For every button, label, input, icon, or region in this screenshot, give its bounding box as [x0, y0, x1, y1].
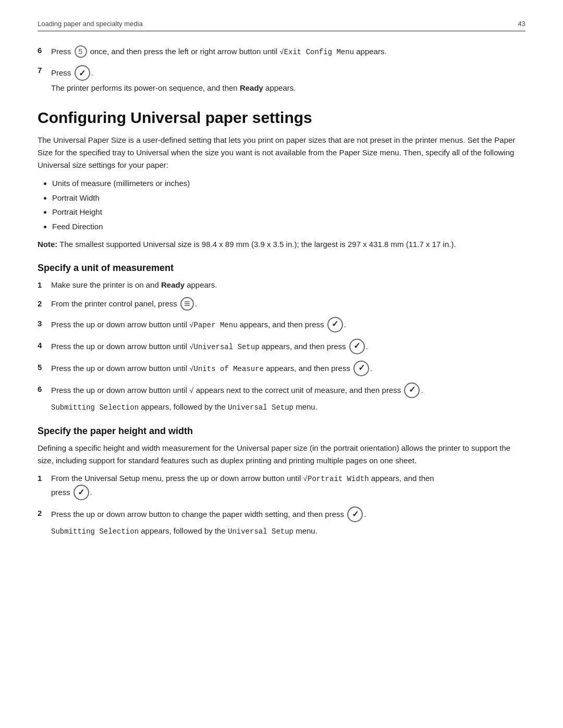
section-intro: The Universal Paper Size is a user-defin… — [38, 134, 525, 171]
sub1-step-1-ready: Ready — [161, 280, 185, 289]
step-7-subtext: The printer performs its power-on sequen… — [51, 83, 240, 92]
svg-rect-1 — [185, 303, 190, 304]
bullet-item-3: Portrait Height — [52, 205, 525, 219]
sub1-step-1-body: Make sure the printer is on and Ready ap… — [51, 279, 525, 291]
subsection1-steps: 1 Make sure the printer is on and Ready … — [38, 279, 525, 413]
sub1-step-4-body: Press the up or down arrow button until … — [51, 339, 525, 355]
sub1-step-5-code: √Units of Measure — [189, 365, 264, 373]
menu-lines-icon — [183, 301, 191, 307]
sub1-step-6: 6 Press the up or down arrow button unti… — [38, 383, 525, 414]
sub1-step-2: 2 From the printer control panel, press … — [38, 298, 525, 311]
note-prefix: Note: — [38, 240, 57, 249]
sub2-step-2-subcode1: Submitting Selection — [51, 527, 139, 536]
step-6-code: √Exit Config Menu — [279, 48, 354, 56]
sub1-step-5-num: 5 — [38, 361, 47, 373]
step-6-num: 6 — [38, 46, 47, 55]
step-7-block: 7 Press ✓. — [38, 66, 525, 81]
sub2-step-2-body: Press the up or down arrow button to cha… — [51, 507, 525, 538]
sub2-step-2-subcode2: Universal Setup — [228, 527, 293, 536]
svg-rect-2 — [185, 305, 190, 306]
icon-check-7: ✓ — [75, 65, 90, 81]
sub1-step-6-body: Press the up or down arrow button until … — [51, 383, 525, 414]
sub1-step-3-num: 3 — [38, 317, 47, 329]
step-6-text1: Press — [51, 47, 74, 56]
header-bar: Loading paper and specialty media 43 — [38, 20, 525, 31]
bullet-item-4: Feed Direction — [52, 220, 525, 233]
sub1-step-4-num: 4 — [38, 339, 47, 351]
step-7-content: Press ✓. — [51, 66, 525, 81]
sub2-step-2-submenu: menu. — [293, 526, 317, 535]
sub1-step-6-subtext: appears, followed by the — [141, 402, 228, 411]
bullet-list: Units of measure (millimeters or inches)… — [52, 177, 525, 233]
sub1-step-2-body: From the printer control panel, press . — [51, 298, 525, 311]
icon-check-sub2-2: ✓ — [347, 507, 363, 522]
header-left: Loading paper and specialty media — [38, 20, 143, 28]
step-7-ready: Ready — [240, 83, 263, 92]
sub1-step-6-num: 6 — [38, 383, 47, 395]
note-block: Note: The smallest supported Universal s… — [38, 238, 525, 250]
sub1-step-4-code: √Universal Setup — [189, 343, 259, 351]
sub1-step-6-code: √ — [189, 387, 193, 395]
sub2-step-1-code: √Portrait Width — [303, 475, 369, 483]
subsection2-title: Specify the paper height and width — [38, 426, 525, 437]
sub1-step-3-code: √Paper Menu — [189, 321, 237, 329]
header-right: 43 — [518, 20, 525, 28]
subsection2-intro: Defining a specific height and width mea… — [38, 442, 525, 467]
step-7-text: Press — [51, 68, 74, 77]
page: Loading paper and specialty media 43 6 P… — [0, 0, 563, 575]
sub2-step-1: 1 From the Universal Setup menu, press t… — [38, 472, 525, 501]
subsection1-title: Specify a unit of measurement — [38, 263, 525, 274]
sub2-step-2-num: 2 — [38, 507, 47, 519]
bullet-item-1: Units of measure (millimeters or inches) — [52, 177, 525, 190]
step-6-text3: appears. — [354, 47, 387, 56]
sub2-step-2-subtext: appears, followed by the — [141, 526, 228, 535]
sub1-step-1-num: 1 — [38, 279, 47, 291]
icon-5-button: 5 — [75, 45, 87, 58]
svg-rect-0 — [185, 301, 190, 302]
step-6-block: 6 Press 5 once, and then press the left … — [38, 46, 525, 58]
sub2-step-2-subline: Submitting Selection appears, followed b… — [51, 525, 525, 538]
sub2-step-1-num: 1 — [38, 472, 47, 484]
sub1-step-5: 5 Press the up or down arrow button unti… — [38, 361, 525, 377]
sub1-step-6-subcode2: Universal Setup — [228, 403, 293, 412]
step-7-num: 7 — [38, 66, 47, 75]
sub2-step-1-body: From the Universal Setup menu, press the… — [51, 472, 525, 501]
sub2-step-2: 2 Press the up or down arrow button to c… — [38, 507, 525, 538]
step-7-sub: The printer performs its power-on sequen… — [51, 83, 525, 92]
icon-check-3: ✓ — [327, 317, 343, 332]
step-7-period: . — [91, 68, 93, 77]
step-7-subtext2: appears. — [263, 83, 296, 92]
bullet-item-2: Portrait Width — [52, 191, 525, 205]
icon-check-sub2-1: ✓ — [74, 485, 89, 500]
sub1-step-4: 4 Press the up or down arrow button unti… — [38, 339, 525, 355]
icon-check-4: ✓ — [349, 339, 365, 354]
sub1-step-3: 3 Press the up or down arrow button unti… — [38, 317, 525, 333]
icon-check-6: ✓ — [404, 382, 420, 398]
icon-check-5: ✓ — [353, 361, 369, 376]
note-text: The smallest supported Universal size is… — [59, 240, 456, 249]
sub1-step-1: 1 Make sure the printer is on and Ready … — [38, 279, 525, 291]
sub1-step-5-body: Press the up or down arrow button until … — [51, 361, 525, 377]
sub1-step-2-num: 2 — [38, 298, 47, 310]
section-title: Configuring Universal paper settings — [38, 109, 525, 127]
sub1-step-3-body: Press the up or down arrow button until … — [51, 317, 525, 333]
sub1-step-6-subcode1: Submitting Selection — [51, 403, 139, 412]
sub1-step-6-subline: Submitting Selection appears, followed b… — [51, 401, 525, 414]
icon-menu-2 — [180, 297, 194, 311]
step-6-text2: once, and then press the left or right a… — [90, 47, 280, 56]
sub1-step-6-submenu: menu. — [293, 402, 317, 411]
subsection2-steps: 1 From the Universal Setup menu, press t… — [38, 472, 525, 537]
step-6-content: Press 5 once, and then press the left or… — [51, 46, 525, 58]
